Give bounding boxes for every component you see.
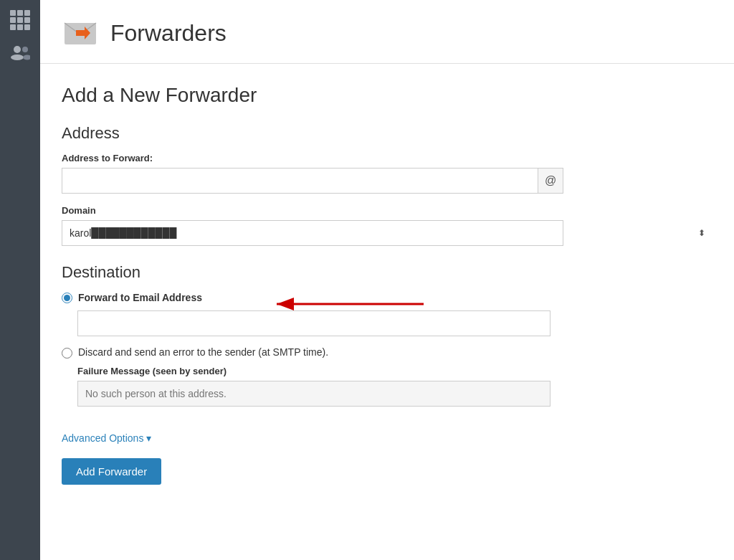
discard-radio[interactable] (62, 348, 72, 359)
at-symbol-button[interactable]: @ (538, 168, 563, 194)
forward-email-radio-row: Forward to Email Address (62, 292, 712, 303)
svg-point-1 (11, 54, 24, 60)
svg-point-2 (22, 47, 28, 52)
advanced-options-anchor[interactable]: Advanced Options ▾ (62, 432, 151, 444)
forward-email-option: Forward to Email Address (62, 292, 712, 303)
discard-label: Discard and send an error to the sender … (78, 346, 328, 358)
discard-option: Discard and send an error to the sender … (62, 346, 712, 359)
forward-email-input[interactable] (77, 310, 550, 336)
address-input[interactable] (62, 168, 538, 194)
users-icon (10, 44, 30, 65)
page-header: Forwarders (40, 0, 734, 64)
advanced-options-link[interactable]: Advanced Options ▾ (62, 421, 712, 458)
add-forwarder-button[interactable]: Add Forwarder (62, 458, 161, 485)
domain-select[interactable]: karol████████████ (62, 220, 563, 246)
failure-message-input[interactable] (77, 381, 550, 407)
page-title: Forwarders (110, 20, 227, 47)
domain-select-wrapper: karol████████████ ⬍ (62, 220, 712, 246)
destination-section: Destination Forward to Email Address (62, 263, 712, 407)
forward-email-label: Forward to Email Address (78, 292, 202, 303)
address-label: Address to Forward: (62, 153, 712, 163)
discard-option-group: Discard and send an error to the sender … (62, 346, 712, 407)
domain-label: Domain (62, 205, 712, 216)
add-forwarder-label: Add Forwarder (76, 465, 147, 478)
destination-section-title: Destination (62, 263, 712, 282)
advanced-options-text: Advanced Options (62, 432, 143, 444)
select-arrow-icon: ⬍ (698, 228, 705, 238)
failure-message-label: Failure Message (seen by sender) (77, 366, 712, 376)
sidebar-item-apps[interactable] (9, 9, 32, 32)
address-section-title: Address (62, 124, 712, 143)
address-input-group: @ (62, 168, 563, 194)
svg-point-0 (14, 46, 21, 53)
at-symbol: @ (545, 174, 556, 187)
forward-email-radio[interactable] (62, 293, 72, 303)
sidebar-item-users[interactable] (9, 43, 32, 66)
main-content: Forwarders Add a New Forwarder Address A… (40, 0, 734, 560)
advanced-options-chevron: ▾ (146, 432, 151, 444)
main-section-title: Add a New Forwarder (62, 84, 712, 107)
grid-icon (10, 10, 30, 30)
svg-point-3 (23, 55, 30, 60)
sidebar (0, 0, 40, 560)
content-area: Add a New Forwarder Address Address to F… (40, 64, 734, 505)
forwarders-icon (62, 14, 99, 52)
